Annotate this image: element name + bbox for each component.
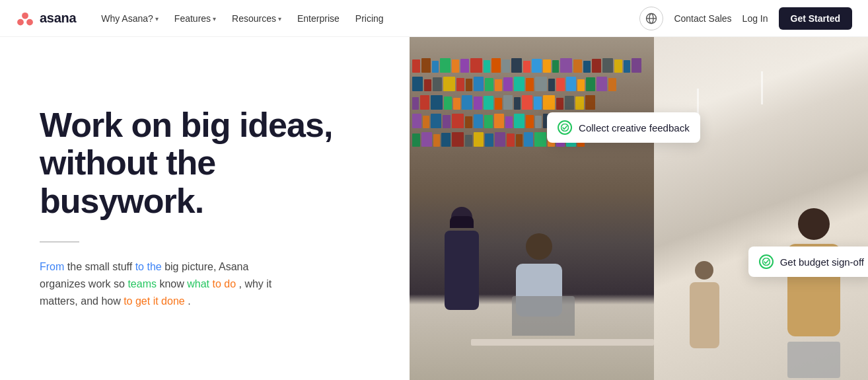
nav-item-why-asana[interactable]: Why Asana? ▾ (94, 9, 165, 28)
feedback-card: Collect creative feedback (547, 112, 700, 143)
photo-panel-office-right (654, 37, 868, 380)
get-started-button[interactable]: Get Started (779, 7, 852, 30)
navbar: asana Why Asana? ▾ Features ▾ Resources … (0, 0, 868, 37)
log-in-link[interactable]: Log In (742, 13, 768, 24)
person-right-1 (686, 261, 723, 380)
desc-highlight-to-do: to do (212, 278, 236, 289)
nav-item-pricing[interactable]: Pricing (349, 9, 390, 28)
person-right-2 (781, 208, 847, 380)
chevron-down-icon: ▾ (213, 15, 216, 22)
chevron-down-icon: ▾ (155, 15, 159, 22)
svg-point-6 (561, 124, 569, 132)
laptop (512, 296, 575, 336)
desc-highlight-teams: teams (127, 278, 157, 289)
svg-point-0 (22, 12, 28, 19)
contact-sales-link[interactable]: Contact Sales (674, 13, 731, 24)
desc-highlight-from: From (40, 261, 64, 272)
ceiling-light-2 (761, 71, 763, 104)
desc-highlight-the: the (147, 261, 161, 272)
desk (471, 339, 655, 346)
desc-highlight-what: what (187, 278, 209, 289)
logo-text: asana (40, 11, 76, 26)
globe-language-button[interactable] (639, 7, 663, 30)
photo-panel-office (410, 37, 654, 380)
nav-item-features[interactable]: Features ▾ (168, 9, 223, 28)
svg-point-2 (26, 19, 33, 25)
hero-section: Work on big ideas, without the busywork.… (0, 37, 410, 380)
desc-highlight-to: to (135, 261, 144, 272)
nav-item-resources[interactable]: Resources ▾ (225, 9, 288, 28)
desc-highlight-get: to get it (124, 295, 158, 307)
chevron-down-icon: ▾ (278, 15, 281, 22)
feedback-card-text: Collect creative feedback (579, 122, 690, 133)
budget-card: Get budget sign-off (748, 247, 868, 277)
nav-left: asana Why Asana? ▾ Features ▾ Resources … (16, 9, 390, 28)
budget-card-text: Get budget sign-off (780, 256, 864, 268)
logo-icon (16, 9, 34, 28)
person-standing (439, 207, 485, 346)
budget-check-icon (759, 254, 774, 269)
svg-point-7 (762, 258, 770, 266)
main-content: Work on big ideas, without the busywork.… (0, 0, 868, 380)
hero-divider (40, 241, 79, 243)
logo[interactable]: asana (16, 9, 76, 28)
nav-links: Why Asana? ▾ Features ▾ Resources ▾ Ente… (94, 9, 390, 28)
hero-images: Collect creative feedback Get budget sig… (410, 37, 868, 380)
feedback-check-icon (558, 120, 572, 135)
svg-point-1 (17, 19, 24, 25)
hero-title: Work on big ideas, without the busywork. (40, 106, 370, 220)
hero-description: From the small stuff to the big picture,… (40, 258, 291, 311)
nav-right: Contact Sales Log In Get Started (639, 7, 852, 30)
nav-item-enterprise[interactable]: Enterprise (291, 9, 346, 28)
globe-icon (645, 13, 657, 24)
desc-highlight-done: done (161, 295, 185, 307)
